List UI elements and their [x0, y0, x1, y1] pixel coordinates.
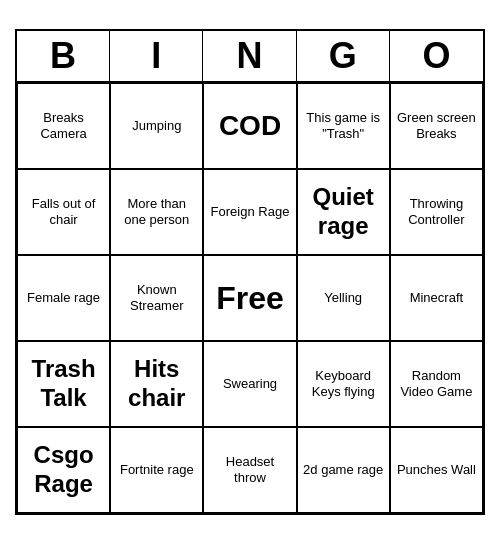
bingo-cell-17: Swearing [203, 341, 296, 427]
bingo-cell-24: Punches Wall [390, 427, 483, 513]
header-letter-n: N [203, 31, 296, 81]
bingo-card: BINGO Breaks CameraJumpingCODThis game i… [15, 29, 485, 515]
header-letter-o: O [390, 31, 483, 81]
bingo-cell-15: Trash Talk [17, 341, 110, 427]
header-letter-i: I [110, 31, 203, 81]
bingo-cell-4: Green screen Breaks [390, 83, 483, 169]
header-letter-g: G [297, 31, 390, 81]
bingo-grid: Breaks CameraJumpingCODThis game is "Tra… [17, 83, 483, 513]
bingo-cell-3: This game is "Trash" [297, 83, 390, 169]
bingo-cell-22: Headset throw [203, 427, 296, 513]
bingo-cell-7: Foreign Rage [203, 169, 296, 255]
bingo-cell-1: Jumping [110, 83, 203, 169]
bingo-cell-23: 2d game rage [297, 427, 390, 513]
bingo-cell-13: Yelling [297, 255, 390, 341]
bingo-header: BINGO [17, 31, 483, 83]
bingo-cell-9: Throwing Controller [390, 169, 483, 255]
bingo-cell-5: Falls out of chair [17, 169, 110, 255]
bingo-cell-14: Minecraft [390, 255, 483, 341]
bingo-cell-2: COD [203, 83, 296, 169]
bingo-cell-16: Hits chair [110, 341, 203, 427]
bingo-cell-6: More than one person [110, 169, 203, 255]
bingo-cell-0: Breaks Camera [17, 83, 110, 169]
bingo-cell-10: Female rage [17, 255, 110, 341]
bingo-cell-11: Known Streamer [110, 255, 203, 341]
bingo-cell-19: Random Video Game [390, 341, 483, 427]
bingo-cell-21: Fortnite rage [110, 427, 203, 513]
header-letter-b: B [17, 31, 110, 81]
bingo-cell-20: Csgo Rage [17, 427, 110, 513]
bingo-cell-18: Keyboard Keys flying [297, 341, 390, 427]
bingo-cell-8: Quiet rage [297, 169, 390, 255]
bingo-cell-12: Free [203, 255, 296, 341]
